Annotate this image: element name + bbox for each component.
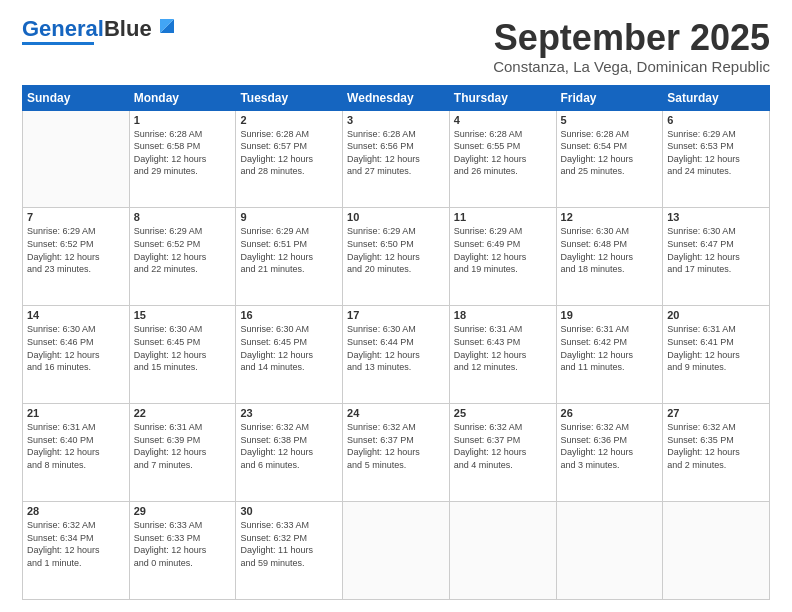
day-number: 18 (454, 309, 552, 321)
calendar-week-row: 14Sunrise: 6:30 AM Sunset: 6:46 PM Dayli… (23, 306, 770, 404)
day-number: 29 (134, 505, 232, 517)
day-info: Sunrise: 6:29 AM Sunset: 6:51 PM Dayligh… (240, 225, 338, 275)
day-info: Sunrise: 6:29 AM Sunset: 6:52 PM Dayligh… (134, 225, 232, 275)
title-block: September 2025 Constanza, La Vega, Domin… (493, 18, 770, 75)
day-number: 25 (454, 407, 552, 419)
calendar-cell: 29Sunrise: 6:33 AM Sunset: 6:33 PM Dayli… (129, 502, 236, 600)
location-subtitle: Constanza, La Vega, Dominican Republic (493, 58, 770, 75)
calendar-cell: 27Sunrise: 6:32 AM Sunset: 6:35 PM Dayli… (663, 404, 770, 502)
calendar-cell (556, 502, 663, 600)
calendar-cell: 18Sunrise: 6:31 AM Sunset: 6:43 PM Dayli… (449, 306, 556, 404)
day-number: 19 (561, 309, 659, 321)
day-info: Sunrise: 6:29 AM Sunset: 6:52 PM Dayligh… (27, 225, 125, 275)
day-info: Sunrise: 6:32 AM Sunset: 6:34 PM Dayligh… (27, 519, 125, 569)
day-number: 21 (27, 407, 125, 419)
logo: GeneralBlue (22, 18, 176, 45)
day-info: Sunrise: 6:32 AM Sunset: 6:36 PM Dayligh… (561, 421, 659, 471)
day-number: 22 (134, 407, 232, 419)
day-info: Sunrise: 6:28 AM Sunset: 6:56 PM Dayligh… (347, 128, 445, 178)
day-info: Sunrise: 6:30 AM Sunset: 6:44 PM Dayligh… (347, 323, 445, 373)
day-number: 9 (240, 211, 338, 223)
day-number: 3 (347, 114, 445, 126)
calendar-cell: 17Sunrise: 6:30 AM Sunset: 6:44 PM Dayli… (343, 306, 450, 404)
day-number: 11 (454, 211, 552, 223)
calendar-cell: 20Sunrise: 6:31 AM Sunset: 6:41 PM Dayli… (663, 306, 770, 404)
calendar-cell: 12Sunrise: 6:30 AM Sunset: 6:48 PM Dayli… (556, 208, 663, 306)
day-info: Sunrise: 6:30 AM Sunset: 6:45 PM Dayligh… (134, 323, 232, 373)
day-number: 4 (454, 114, 552, 126)
day-number: 16 (240, 309, 338, 321)
day-info: Sunrise: 6:33 AM Sunset: 6:33 PM Dayligh… (134, 519, 232, 569)
calendar-cell: 9Sunrise: 6:29 AM Sunset: 6:51 PM Daylig… (236, 208, 343, 306)
calendar-cell: 26Sunrise: 6:32 AM Sunset: 6:36 PM Dayli… (556, 404, 663, 502)
day-info: Sunrise: 6:28 AM Sunset: 6:55 PM Dayligh… (454, 128, 552, 178)
calendar-cell: 6Sunrise: 6:29 AM Sunset: 6:53 PM Daylig… (663, 110, 770, 208)
day-info: Sunrise: 6:28 AM Sunset: 6:57 PM Dayligh… (240, 128, 338, 178)
col-wednesday: Wednesday (343, 85, 450, 110)
day-number: 12 (561, 211, 659, 223)
day-info: Sunrise: 6:29 AM Sunset: 6:50 PM Dayligh… (347, 225, 445, 275)
day-number: 28 (27, 505, 125, 517)
day-info: Sunrise: 6:30 AM Sunset: 6:48 PM Dayligh… (561, 225, 659, 275)
calendar-cell: 14Sunrise: 6:30 AM Sunset: 6:46 PM Dayli… (23, 306, 130, 404)
logo-text: GeneralBlue (22, 18, 152, 40)
calendar-cell: 16Sunrise: 6:30 AM Sunset: 6:45 PM Dayli… (236, 306, 343, 404)
day-number: 8 (134, 211, 232, 223)
day-info: Sunrise: 6:31 AM Sunset: 6:40 PM Dayligh… (27, 421, 125, 471)
day-info: Sunrise: 6:31 AM Sunset: 6:41 PM Dayligh… (667, 323, 765, 373)
header: GeneralBlue September 2025 Constanza, La… (22, 18, 770, 75)
day-number: 13 (667, 211, 765, 223)
day-number: 6 (667, 114, 765, 126)
day-info: Sunrise: 6:32 AM Sunset: 6:37 PM Dayligh… (347, 421, 445, 471)
day-info: Sunrise: 6:29 AM Sunset: 6:53 PM Dayligh… (667, 128, 765, 178)
day-number: 27 (667, 407, 765, 419)
calendar-week-row: 7Sunrise: 6:29 AM Sunset: 6:52 PM Daylig… (23, 208, 770, 306)
day-info: Sunrise: 6:30 AM Sunset: 6:47 PM Dayligh… (667, 225, 765, 275)
day-number: 1 (134, 114, 232, 126)
day-number: 14 (27, 309, 125, 321)
day-number: 7 (27, 211, 125, 223)
day-info: Sunrise: 6:28 AM Sunset: 6:54 PM Dayligh… (561, 128, 659, 178)
calendar-cell: 15Sunrise: 6:30 AM Sunset: 6:45 PM Dayli… (129, 306, 236, 404)
day-info: Sunrise: 6:30 AM Sunset: 6:46 PM Dayligh… (27, 323, 125, 373)
day-info: Sunrise: 6:32 AM Sunset: 6:38 PM Dayligh… (240, 421, 338, 471)
calendar-cell (23, 110, 130, 208)
day-number: 26 (561, 407, 659, 419)
col-monday: Monday (129, 85, 236, 110)
calendar-cell: 4Sunrise: 6:28 AM Sunset: 6:55 PM Daylig… (449, 110, 556, 208)
calendar-cell: 3Sunrise: 6:28 AM Sunset: 6:56 PM Daylig… (343, 110, 450, 208)
calendar-cell: 10Sunrise: 6:29 AM Sunset: 6:50 PM Dayli… (343, 208, 450, 306)
calendar-cell: 7Sunrise: 6:29 AM Sunset: 6:52 PM Daylig… (23, 208, 130, 306)
col-friday: Friday (556, 85, 663, 110)
calendar-cell: 25Sunrise: 6:32 AM Sunset: 6:37 PM Dayli… (449, 404, 556, 502)
calendar-cell: 8Sunrise: 6:29 AM Sunset: 6:52 PM Daylig… (129, 208, 236, 306)
day-number: 17 (347, 309, 445, 321)
day-info: Sunrise: 6:32 AM Sunset: 6:35 PM Dayligh… (667, 421, 765, 471)
day-number: 23 (240, 407, 338, 419)
calendar-cell: 21Sunrise: 6:31 AM Sunset: 6:40 PM Dayli… (23, 404, 130, 502)
day-number: 10 (347, 211, 445, 223)
calendar-cell (343, 502, 450, 600)
day-number: 24 (347, 407, 445, 419)
col-tuesday: Tuesday (236, 85, 343, 110)
logo-icon (156, 15, 176, 35)
day-info: Sunrise: 6:32 AM Sunset: 6:37 PM Dayligh… (454, 421, 552, 471)
col-sunday: Sunday (23, 85, 130, 110)
day-number: 2 (240, 114, 338, 126)
calendar-cell: 19Sunrise: 6:31 AM Sunset: 6:42 PM Dayli… (556, 306, 663, 404)
day-number: 20 (667, 309, 765, 321)
calendar-table: Sunday Monday Tuesday Wednesday Thursday… (22, 85, 770, 600)
calendar-cell (663, 502, 770, 600)
calendar-cell: 22Sunrise: 6:31 AM Sunset: 6:39 PM Dayli… (129, 404, 236, 502)
calendar-cell (449, 502, 556, 600)
calendar-week-row: 21Sunrise: 6:31 AM Sunset: 6:40 PM Dayli… (23, 404, 770, 502)
day-info: Sunrise: 6:28 AM Sunset: 6:58 PM Dayligh… (134, 128, 232, 178)
page: GeneralBlue September 2025 Constanza, La… (0, 0, 792, 612)
day-number: 30 (240, 505, 338, 517)
logo-underline (22, 42, 94, 45)
day-info: Sunrise: 6:31 AM Sunset: 6:43 PM Dayligh… (454, 323, 552, 373)
day-info: Sunrise: 6:31 AM Sunset: 6:39 PM Dayligh… (134, 421, 232, 471)
calendar-cell: 28Sunrise: 6:32 AM Sunset: 6:34 PM Dayli… (23, 502, 130, 600)
calendar-header-row: Sunday Monday Tuesday Wednesday Thursday… (23, 85, 770, 110)
calendar-week-row: 28Sunrise: 6:32 AM Sunset: 6:34 PM Dayli… (23, 502, 770, 600)
